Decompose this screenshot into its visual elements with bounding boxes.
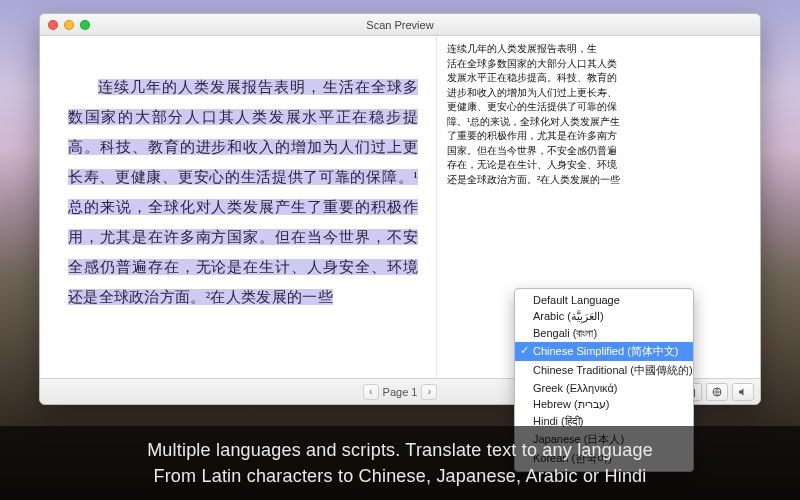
desktop-background: Scan Preview 连续几年的人类发展报告表明，生活在全球多数国家的大部分…	[0, 0, 800, 500]
ocr-line: 国家。但在当今世界，不安全感仍普遍	[447, 144, 750, 159]
language-option-bengali[interactable]: Bengali (বাংলা)	[515, 325, 693, 342]
language-option-default[interactable]: Default Language	[515, 292, 693, 308]
caption-line-2: From Latin characters to Chinese, Japane…	[153, 463, 646, 489]
page-next-button[interactable]: ›	[421, 384, 437, 400]
ocr-line: 更健康、更安心的生活提供了可靠的保	[447, 100, 750, 115]
pager: ‹ Page 1 ›	[363, 384, 438, 400]
page-indicator: Page 1	[383, 386, 418, 398]
ocr-line: 存在，无论是在生计、人身安全、环境	[447, 158, 750, 173]
language-option-chinese-traditional[interactable]: Chinese Traditional (中國傳統的)	[515, 361, 693, 380]
language-option-greek[interactable]: Greek (Ελληνικά)	[515, 380, 693, 396]
ocr-line: 连续几年的人类发展报告表明，生	[447, 42, 750, 57]
window-title: Scan Preview	[40, 19, 760, 31]
scanned-text: 连续几年的人类发展报告表明，生活在全球多数国家的大部分人口其人类发展水平正在稳步…	[68, 72, 418, 312]
speaker-icon	[737, 386, 749, 398]
close-icon[interactable]	[48, 20, 58, 30]
window-controls	[48, 20, 90, 30]
ocr-line: 障。¹总的来说，全球化对人类发展产生	[447, 115, 750, 130]
marketing-caption: Multiple languages and scripts. Translat…	[0, 426, 800, 500]
chevron-left-icon: ‹	[369, 386, 372, 397]
titlebar[interactable]: Scan Preview	[40, 14, 760, 36]
ocr-line: 进步和收入的增加为人们过上更长寿、	[447, 86, 750, 101]
caption-line-1: Multiple languages and scripts. Translat…	[147, 437, 653, 463]
language-option-arabic[interactable]: Arabic (العَرَبِيَّة)	[515, 308, 693, 325]
language-option-chinese-simplified[interactable]: Chinese Simplified (简体中文)	[515, 342, 693, 361]
minimize-icon[interactable]	[64, 20, 74, 30]
speak-button[interactable]	[732, 383, 754, 401]
highlighted-text: 连续几年的人类发展报告表明，生活在全球多数国家的大部分人口其人类发展水平正在稳步…	[68, 79, 418, 305]
globe-icon	[711, 386, 723, 398]
language-option-hebrew[interactable]: Hebrew (עברית)	[515, 396, 693, 413]
scan-image-pane[interactable]: 连续几年的人类发展报告表明，生活在全球多数国家的大部分人口其人类发展水平正在稳步…	[40, 36, 436, 378]
ocr-line: 了重要的积极作用，尤其是在许多南方	[447, 129, 750, 144]
chevron-right-icon: ›	[428, 386, 431, 397]
zoom-icon[interactable]	[80, 20, 90, 30]
ocr-line: 发展水平正在稳步提高。科技、教育的	[447, 71, 750, 86]
language-button[interactable]	[706, 383, 728, 401]
ocr-line: 活在全球多数国家的大部分人口其人类	[447, 57, 750, 72]
page-prev-button[interactable]: ‹	[363, 384, 379, 400]
ocr-line: 还是全球政治方面。²在人类发展的一些	[447, 173, 750, 188]
